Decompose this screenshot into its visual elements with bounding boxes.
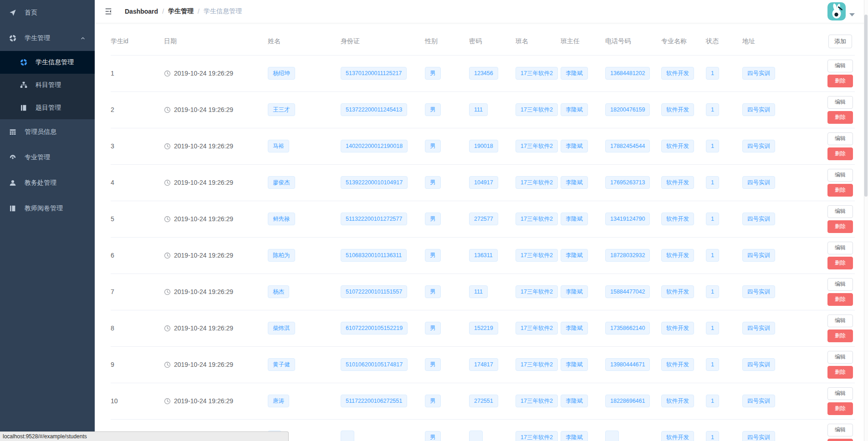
address-badge-cell: 四号实训 <box>742 419 815 441</box>
id-card-badge: 510722200101151557 <box>341 285 407 298</box>
edit-button[interactable]: 编辑 <box>827 314 853 327</box>
caret-down-icon[interactable] <box>849 13 855 16</box>
sidebar-item-student-management[interactable]: 学生管理 <box>0 25 95 51</box>
add-button[interactable]: 添加 <box>828 35 852 48</box>
table-row: 82019-10-24 19:26:29柴炜淇61072220010515221… <box>111 310 855 346</box>
sidebar-item-question-management[interactable]: 题目管理 <box>0 96 95 119</box>
class-name-badge-cell: 17三年软件2 <box>516 201 561 237</box>
breadcrumb-current: 学生信息管理 <box>204 7 242 15</box>
teacher-badge: 李隆斌 <box>561 322 588 335</box>
address-badge: 四号实训 <box>742 249 775 262</box>
phone-badge-cell <box>605 419 661 441</box>
sidebar-item-subject-management[interactable]: 科目管理 <box>0 74 95 96</box>
class-name-badge: 17三年软件2 <box>516 395 558 407</box>
password-badge-cell: 111 <box>469 274 516 310</box>
delete-button[interactable]: 删除 <box>827 439 853 441</box>
edit-button[interactable]: 编辑 <box>827 351 853 364</box>
sidebar-item-student-info-management[interactable]: 学生信息管理 <box>0 51 95 74</box>
edit-button[interactable]: 编辑 <box>827 278 853 291</box>
student-name-badge: 杨杰 <box>268 285 289 298</box>
delete-button[interactable]: 删除 <box>827 111 853 124</box>
scrollbar[interactable] <box>864 0 868 441</box>
password-badge: 190018 <box>469 140 498 152</box>
delete-button[interactable]: 删除 <box>827 147 853 160</box>
class-name-badge-cell: 17三年软件2 <box>516 237 561 274</box>
edit-button[interactable]: 编辑 <box>827 96 853 109</box>
edit-button[interactable]: 编辑 <box>827 205 853 218</box>
major-badge-cell: 软件开发 <box>661 383 706 419</box>
delete-button[interactable]: 删除 <box>827 220 853 233</box>
sidebar-item-academic-affairs[interactable]: 教务处管理 <box>0 170 95 196</box>
address-badge-cell: 四号实训 <box>742 201 815 237</box>
clock-icon <box>164 361 171 368</box>
table-row: 52019-10-24 19:26:29鲜先禄51132220010127257… <box>111 201 855 237</box>
address-badge-cell: 四号实训 <box>742 274 815 310</box>
edit-button[interactable]: 编辑 <box>827 424 853 436</box>
delete-button[interactable]: 删除 <box>827 293 853 306</box>
book-icon <box>9 205 20 212</box>
scrollbar-thumb[interactable] <box>864 15 868 197</box>
id-card-badge-cell: 140202200012190018 <box>341 128 425 164</box>
phone-badge: 15884477042 <box>605 285 650 298</box>
teacher-badge-cell: 李隆斌 <box>561 346 605 383</box>
sidebar-item-home[interactable]: 首页 <box>0 0 95 25</box>
phone-badge: 18228696461 <box>605 395 650 407</box>
class-name-badge: 17三年软件2 <box>516 213 558 225</box>
topbar-right <box>827 2 861 20</box>
delete-button[interactable]: 删除 <box>827 184 853 197</box>
gender-badge: 男 <box>425 103 441 116</box>
phone-badge: 18728032932 <box>605 249 650 262</box>
edit-button[interactable]: 编辑 <box>827 60 853 72</box>
address-badge: 四号实训 <box>742 358 775 371</box>
edit-button[interactable]: 编辑 <box>827 387 853 400</box>
phone-badge: 17882454544 <box>605 140 650 152</box>
delete-button[interactable]: 删除 <box>827 402 853 415</box>
gender-badge-cell: 男 <box>425 201 469 237</box>
clock-icon <box>164 106 171 113</box>
class-name-badge: 17三年软件2 <box>516 176 558 189</box>
delete-button[interactable]: 删除 <box>827 257 853 269</box>
edit-button[interactable]: 编辑 <box>827 242 853 254</box>
sidebar-item-admin-info[interactable]: 管理员信息 <box>0 119 95 145</box>
student-name-badge-cell: 黄子健 <box>268 346 341 383</box>
status-badge-cell: 1 <box>706 419 742 441</box>
student-name-badge-cell: 王三才 <box>268 91 341 128</box>
major-badge: 软件开发 <box>661 103 694 116</box>
edit-button[interactable]: 编辑 <box>827 132 853 145</box>
phone-badge: 18200476159 <box>605 103 650 116</box>
delete-button[interactable]: 删除 <box>827 75 853 87</box>
password-badge: 111 <box>469 103 488 116</box>
breadcrumb-dashboard[interactable]: Dashboard <box>125 8 158 15</box>
password-badge-cell: 272577 <box>469 201 516 237</box>
status-badge: 1 <box>706 140 719 152</box>
delete-button[interactable]: 删除 <box>827 329 853 342</box>
avatar[interactable] <box>827 2 846 20</box>
edit-button[interactable]: 编辑 <box>827 169 853 182</box>
address-badge-cell: 四号实训 <box>742 310 815 346</box>
sidebar-item-major-management[interactable]: 专业管理 <box>0 145 95 170</box>
phone-badge: 13419124790 <box>605 213 650 225</box>
date-cell: 2019-10-24 19:26:29 <box>164 128 268 164</box>
status-badge: 1 <box>706 285 719 298</box>
major-badge: 软件开发 <box>661 67 694 80</box>
id-card-badge-cell: 510683200101136311 <box>341 237 425 274</box>
table-row: 72019-10-24 19:26:29杨杰510722200101151557… <box>111 274 855 310</box>
status-badge-cell: 1 <box>706 346 742 383</box>
student-name-badge: 杨绍坤 <box>268 67 295 80</box>
phone-badge-cell: 17695263713 <box>605 164 661 201</box>
major-badge-cell: 软件开发 <box>661 310 706 346</box>
hamburger-icon[interactable] <box>99 4 117 19</box>
phone-badge: 17695263713 <box>605 176 650 189</box>
delete-button[interactable]: 删除 <box>827 366 853 379</box>
class-name-badge-cell: 17三年软件2 <box>516 128 561 164</box>
students-table: 学生id 日期 姓名 身份证 性别 密码 班名 班主任 电话号码 专业名称 状态… <box>111 23 855 441</box>
teacher-badge-cell: 李隆斌 <box>561 419 605 441</box>
column-header-date: 日期 <box>164 23 268 55</box>
major-badge-cell: 软件开发 <box>661 201 706 237</box>
status-badge-cell: 1 <box>706 128 742 164</box>
address-badge: 四号实训 <box>742 140 775 152</box>
address-badge-cell: 四号实训 <box>742 383 815 419</box>
status-url-tooltip: localhost:9528/#/example/students <box>0 431 289 441</box>
breadcrumb-student-management[interactable]: 学生管理 <box>168 7 194 15</box>
sidebar-item-teacher-grading[interactable]: 教师阅卷管理 <box>0 196 95 221</box>
